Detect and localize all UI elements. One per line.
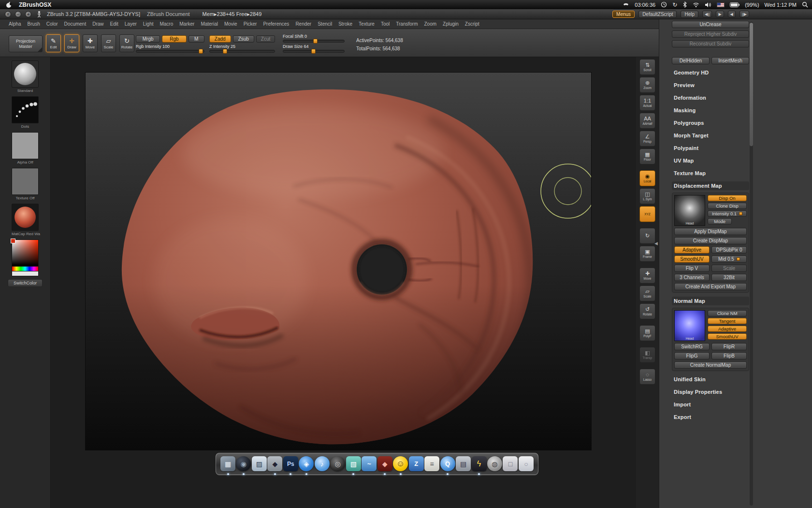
brush-selector[interactable]: Standard [12,60,39,93]
lsym-button[interactable]: ◫ L.Sym [639,188,655,204]
projection-master-button[interactable]: Projection Master [9,35,43,52]
section-masking[interactable]: Masking [672,106,749,115]
polyframe-button[interactable]: ▤ PolyF [639,325,655,341]
zsub-button[interactable]: Zsub [233,35,255,43]
menu-picker[interactable]: Picker [244,21,257,27]
channels-button[interactable]: 3 Channels [674,274,710,281]
section-preview[interactable]: Preview [672,81,749,90]
dock-icon-installer-app[interactable]: □ [503,456,518,471]
dock-icon-modeler-app[interactable]: ◆ [267,456,282,471]
frame-button[interactable]: ▣ Frame [639,246,655,262]
dock-icon-preview-app[interactable]: ▨ [252,456,267,471]
dock-icon-messenger-app[interactable]: ☺ [393,456,408,471]
menu-render[interactable]: Render [295,21,311,27]
dock-icon-image-app[interactable]: ▤ [456,456,471,471]
section-polypaint[interactable]: Polypaint [672,144,749,152]
local-button[interactable]: ◉ Local [639,170,655,186]
dpsubpix-slider[interactable]: DPSubPix 0 [711,246,747,254]
zadd-button[interactable]: Zadd [209,35,231,43]
floor-button[interactable]: ▦ Floor [639,149,655,164]
mid-slider[interactable]: Mid 0.5 [711,255,747,263]
aahalf-button[interactable]: AA AAHalf [639,113,655,129]
dock-icon-notes-app[interactable]: ≡ [424,456,439,471]
alpha-selector[interactable]: Alpha Off [12,132,39,164]
clone-nm-button[interactable]: Clone NM [708,310,747,316]
battery-icon[interactable] [730,2,740,7]
reproject-higher-subdiv-button[interactable]: Reproject Higher Subdiv [672,30,749,38]
insertmesh-button[interactable]: InsertMesh [711,57,749,64]
menu-preferences[interactable]: Preferences [263,21,289,27]
rgb-intensity-slider[interactable] [136,50,204,53]
texture-thumbnail[interactable] [12,168,39,195]
nav-back-skip-button[interactable]: ◀|| [702,11,712,17]
apple-menu-icon[interactable] [6,1,12,8]
time-machine-icon[interactable] [661,1,667,8]
window-minimize-button[interactable]: − [15,11,21,17]
nm-adaptive-button[interactable]: Adaptive [708,326,747,332]
bluetooth-icon[interactable] [682,1,687,8]
menu-zoom[interactable]: Zoom [424,21,436,27]
clone-disp-button[interactable]: Clone Disp [708,203,747,209]
rgb-button[interactable]: Rgb [162,35,186,43]
zbrush-canvas[interactable] [86,73,591,450]
tool-panel-scrollbar[interactable] [750,22,753,506]
move-canvas-button[interactable]: ✚ Move [639,268,655,284]
airport-icon[interactable] [693,2,699,7]
input-language-flag-icon[interactable] [717,2,725,7]
color-hue-bar[interactable] [12,267,39,271]
spotlight-icon[interactable] [802,1,808,8]
dock-icon-aperture-app[interactable]: ◉ [236,456,251,471]
section-export[interactable]: Export [672,413,749,421]
menu-zplugin[interactable]: Zplugin [443,21,459,27]
uncrease-button[interactable]: UnCrease [672,21,749,28]
section-import[interactable]: Import [672,400,749,409]
scale-mode-button[interactable]: ▱ Scale [101,34,116,52]
scroll-button[interactable]: ⇅ Scroll [639,59,655,75]
menu-document[interactable]: Document [64,21,87,27]
rotate-mode-button[interactable]: ↻ Rotate [119,34,134,52]
section-polygroups[interactable]: Polygroups [672,119,749,127]
normal-map-thumbnail[interactable]: Head [674,310,705,341]
flipb-button[interactable]: FlipB [711,352,747,359]
menu-transform[interactable]: Transform [396,21,418,27]
nav-forward-skip-button[interactable]: ||▶ [740,11,749,17]
menubar-app-name[interactable]: ZBrushOSX [19,1,51,8]
section-geometry-hd[interactable]: Geometry HD [672,68,749,77]
menu-movie[interactable]: Movie [224,21,237,27]
menu-light[interactable]: Light [143,21,154,27]
flip-v-button[interactable]: Flip V [674,265,710,272]
section-texture-map[interactable]: Texture Map [672,169,749,178]
disp-on-button[interactable]: Disp On [708,195,747,201]
menu-zscript[interactable]: Zscript [465,21,479,27]
menubar-clock[interactable]: Wed 1:12 PM [765,2,797,8]
disp-intensity-handle[interactable] [739,212,742,215]
stroke-selector[interactable]: Dots [12,96,39,129]
help-button[interactable]: Help [681,11,698,18]
dock-icon-safari[interactable]: ◈ [299,456,314,471]
menu-draw[interactable]: Draw [92,21,103,27]
disp-scale-button[interactable]: Scale [711,265,747,272]
persp-button[interactable]: ∠ Persp [639,131,655,147]
section-normal-map[interactable]: Normal Map [672,297,749,305]
rgb-intensity-handle[interactable] [199,49,203,54]
create-normalmap-button[interactable]: Create NormalMap [674,361,747,369]
color-saturation-square[interactable] [12,239,39,267]
dock-icon-photos-app[interactable]: ▧ [346,456,361,471]
menu-alpha[interactable]: Alpha [9,21,21,27]
material-selector[interactable]: MatCap Red Wa [12,204,39,236]
brush-thumbnail[interactable] [12,60,39,88]
dock-icon-wave-app[interactable]: ~ [362,456,377,471]
dock-icon-photoshop[interactable]: Ps [283,456,298,471]
dock-icon-trash[interactable]: ○ [519,456,534,471]
menu-edit[interactable]: Edit [110,21,118,27]
switch-color-button[interactable]: SwitchColor [8,279,43,287]
dock-icon-quicktime[interactable]: Q [440,456,455,471]
tangent-button[interactable]: Tangent [708,318,747,324]
panel-collapse-arrow[interactable]: ◀ [654,241,658,246]
menu-stroke[interactable]: Stroke [338,21,352,27]
menu-material[interactable]: Material [201,21,218,27]
transp-button[interactable]: ◧ Transp [639,347,655,363]
nm-smoothuv-button[interactable]: SmoothUV [708,333,747,340]
menu-tool[interactable]: Tool [381,21,390,27]
stroke-thumbnail[interactable] [12,96,39,123]
